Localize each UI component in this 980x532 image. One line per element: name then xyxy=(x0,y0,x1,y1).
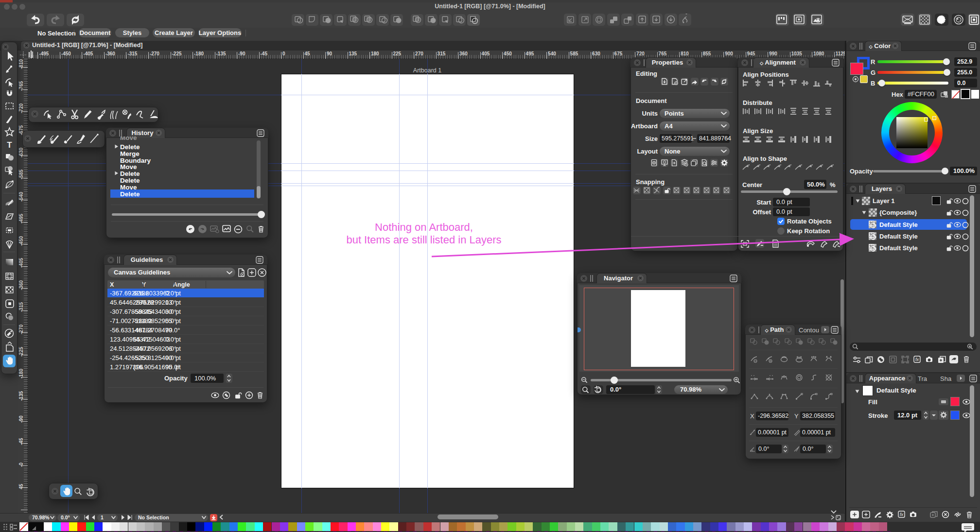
svg-text:fx: fx xyxy=(915,357,919,362)
svg-text:fx: fx xyxy=(900,512,904,517)
svg-text:T: T xyxy=(7,140,12,150)
